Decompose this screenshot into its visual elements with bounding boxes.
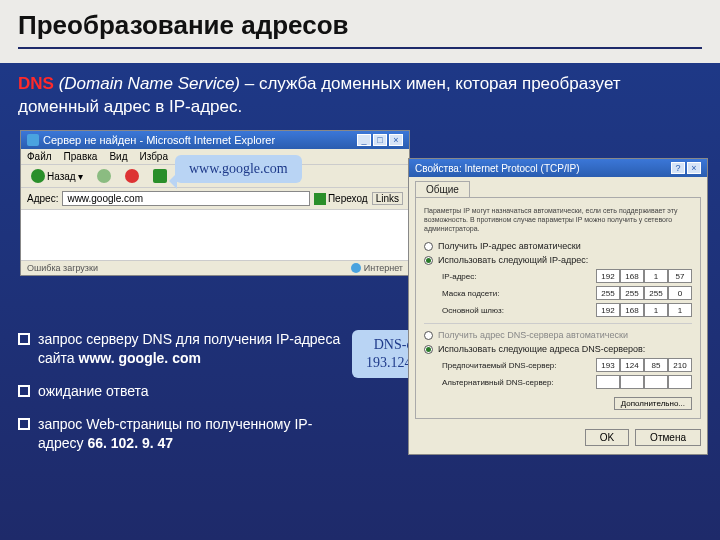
dns1-label: Предпочитаемый DNS-сервер:: [442, 361, 557, 370]
tcpip-titlebar: Свойства: Internet Protocol (TCP/IP) ? ×: [409, 159, 707, 177]
close-button[interactable]: ×: [389, 134, 403, 146]
go-label: Переход: [328, 193, 368, 204]
browser-title: Сервер не найден - Microsoft Internet Ex…: [43, 134, 275, 146]
gateway-label: Основной шлюз:: [442, 306, 504, 315]
status-left: Ошибка загрузки: [27, 263, 98, 273]
ip-fields: IP-адрес: 192168157 Маска подсети: 25525…: [442, 269, 692, 317]
subtitle: DNS (Domain Name Service) – служба домен…: [0, 63, 720, 125]
menu-file[interactable]: Файл: [27, 151, 52, 162]
radio-manual-dns[interactable]: Использовать следующие адреса DNS-сервер…: [424, 344, 692, 354]
status-right: Интернет: [351, 263, 403, 273]
bullet-1: запрос серверу DNS для получения IP-адре…: [18, 330, 348, 368]
title-rule: [18, 47, 702, 49]
radio-icon: [424, 242, 433, 251]
back-label: Назад: [47, 171, 76, 182]
radio-auto-dns[interactable]: Получить адрес DNS-сервера автоматически: [424, 330, 692, 340]
gateway-input[interactable]: 19216811: [596, 303, 692, 317]
back-icon: [31, 169, 45, 183]
ip-input[interactable]: 192168157: [596, 269, 692, 283]
checkbox-icon: [18, 418, 30, 430]
stop-icon: [125, 169, 139, 183]
browser-window: Сервер не найден - Microsoft Internet Ex…: [20, 130, 410, 276]
mask-label: Маска подсети:: [442, 289, 499, 298]
back-button[interactable]: Назад ▾: [27, 168, 87, 184]
radio-icon: [424, 345, 433, 354]
cancel-button[interactable]: Отмена: [635, 429, 701, 446]
dns-fields: Предпочитаемый DNS-сервер: 19312485210 А…: [442, 358, 692, 389]
separator: [424, 323, 692, 324]
browser-viewport: [21, 210, 409, 260]
ok-button[interactable]: OK: [585, 429, 629, 446]
radio-auto-ip[interactable]: Получить IP-адрес автоматически: [424, 241, 692, 251]
tcpip-title: Свойства: Internet Protocol (TCP/IP): [415, 163, 580, 174]
dns1-input[interactable]: 19312485210: [596, 358, 692, 372]
dns2-label: Альтернативный DNS-сервер:: [442, 378, 554, 387]
links-toolbar[interactable]: Links: [372, 192, 403, 205]
go-icon: [314, 193, 326, 205]
dns2-input[interactable]: [596, 375, 692, 389]
window-controls: _ □ ×: [357, 134, 403, 146]
mask-input[interactable]: 2552552550: [596, 286, 692, 300]
tcpip-dialog: Свойства: Internet Protocol (TCP/IP) ? ×…: [408, 158, 708, 455]
radio-icon: [424, 256, 433, 265]
slide-title: Преобразование адресов: [18, 10, 702, 41]
help-button[interactable]: ?: [671, 162, 685, 174]
checkbox-icon: [18, 333, 30, 345]
ip-label: IP-адрес:: [442, 272, 476, 281]
tab-general[interactable]: Общие: [415, 181, 470, 197]
globe-icon: [351, 263, 361, 273]
address-label: Адрес:: [27, 193, 58, 204]
stop-button[interactable]: [121, 168, 143, 184]
maximize-button[interactable]: □: [373, 134, 387, 146]
dns-expansion: (Domain Name Service): [59, 74, 240, 93]
forward-button[interactable]: [93, 168, 115, 184]
title-block: Преобразование адресов: [0, 0, 720, 63]
menu-fav[interactable]: Избра: [139, 151, 168, 162]
menu-view[interactable]: Вид: [109, 151, 127, 162]
dns-abbrev: DNS: [18, 74, 54, 93]
bullet-list: запрос серверу DNS для получения IP-адре…: [18, 330, 348, 466]
address-bar: Адрес: www.google.com Переход Links: [21, 188, 409, 210]
advanced-row: Дополнительно...: [424, 393, 692, 410]
bullet-2: ожидание ответа: [18, 382, 348, 401]
checkbox-icon: [18, 385, 30, 397]
callout-url: www.google.com: [175, 155, 302, 183]
tab-row: Общие: [409, 177, 707, 197]
browser-titlebar: Сервер не найден - Microsoft Internet Ex…: [21, 131, 409, 149]
radio-manual-ip[interactable]: Использовать следующий IP-адрес:: [424, 255, 692, 265]
radio-icon: [424, 331, 433, 340]
forward-icon: [97, 169, 111, 183]
browser-statusbar: Ошибка загрузки Интернет: [21, 260, 409, 275]
dialog-buttons: OK Отмена: [409, 425, 707, 454]
close-button[interactable]: ×: [687, 162, 701, 174]
bullet-3: запрос Web-страницы по полученному IP-ад…: [18, 415, 348, 453]
tcpip-description: Параметры IP могут назначаться автоматич…: [424, 206, 692, 233]
tcpip-body: Параметры IP могут назначаться автоматич…: [415, 197, 701, 419]
address-input[interactable]: www.google.com: [62, 191, 310, 206]
go-button[interactable]: Переход: [314, 193, 368, 205]
ie-icon: [27, 134, 39, 146]
advanced-button[interactable]: Дополнительно...: [614, 397, 692, 410]
minimize-button[interactable]: _: [357, 134, 371, 146]
menu-edit[interactable]: Правка: [64, 151, 98, 162]
